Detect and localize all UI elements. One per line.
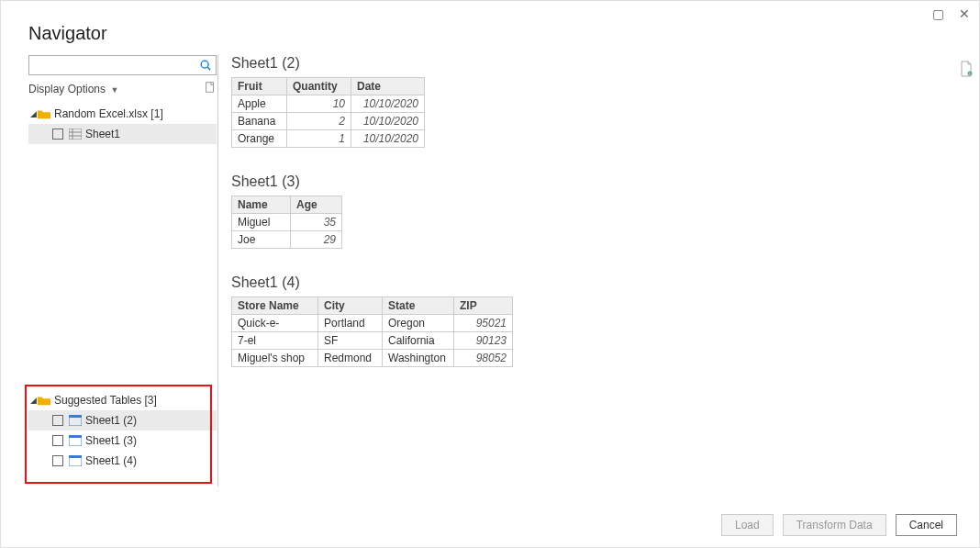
checkbox[interactable] (52, 455, 63, 466)
document-icon[interactable]: + (959, 61, 974, 80)
table-row: Miguel's shopRedmondWashington98052 (232, 350, 513, 367)
col-header: Store Name (232, 297, 318, 315)
display-options-label: Display Options (28, 83, 106, 95)
chevron-down-icon: ▼ (110, 85, 118, 95)
col-header: ZIP (454, 297, 513, 315)
checkbox[interactable] (52, 435, 63, 446)
checkbox[interactable] (52, 415, 63, 426)
tree-file-node[interactable]: ◢ Random Excel.xlsx [1] (28, 104, 217, 124)
load-button[interactable]: Load (721, 514, 774, 536)
col-header: Fruit (232, 78, 287, 95)
col-header: Date (351, 78, 425, 95)
table-row: Miguel35 (232, 214, 342, 231)
svg-line-1 (207, 67, 210, 70)
transform-data-button[interactable]: Transform Data (783, 514, 886, 536)
table-row: Joe29 (232, 231, 342, 249)
tree-suggested-child[interactable]: Sheet1 (4) (28, 451, 217, 471)
table-icon (69, 455, 82, 466)
table-row: Quick-e-PortlandOregon95021 (232, 315, 513, 332)
dialog-title: Navigator (1, 1, 979, 55)
maximize-button[interactable]: ▢ (932, 6, 944, 21)
preview-table: Name Age Miguel35 Joe29 (231, 196, 342, 249)
preview-title: Sheet1 (3) (231, 173, 957, 190)
svg-point-0 (201, 61, 208, 68)
preview-table: Store Name City State ZIP Quick-e-Portla… (231, 296, 513, 367)
svg-text:+: + (969, 71, 972, 76)
folder-icon (38, 108, 50, 119)
svg-rect-8 (69, 415, 82, 418)
svg-rect-2 (206, 83, 214, 93)
tree-item-label: Sheet1 (3) (85, 434, 137, 447)
collapse-icon: ◢ (28, 396, 38, 405)
preview-table: Fruit Quantity Date Apple1010/10/2020 Ba… (231, 77, 425, 148)
svg-rect-10 (69, 435, 82, 438)
table-row: Orange110/10/2020 (232, 130, 425, 148)
worksheet-icon (69, 129, 82, 140)
collapse-icon: ◢ (28, 109, 38, 118)
col-header: Quantity (287, 78, 351, 95)
tree-suggested-child[interactable]: Sheet1 (3) (28, 431, 217, 451)
search-input[interactable] (28, 55, 217, 75)
preview-title: Sheet1 (4) (231, 274, 957, 291)
col-header: Name (232, 196, 291, 214)
tree-sheet-node[interactable]: Sheet1 (28, 124, 217, 144)
col-header: City (318, 297, 383, 315)
tree-suggested-node[interactable]: ◢ Suggested Tables [3] (28, 390, 217, 410)
tree-suggested-child[interactable]: Sheet1 (2) (28, 410, 217, 431)
close-button[interactable]: ✕ (959, 6, 970, 21)
preview-title: Sheet1 (2) (231, 55, 957, 72)
table-row: 7-elSFCalifornia90123 (232, 332, 513, 350)
pane-divider (217, 55, 218, 486)
col-header: State (383, 297, 454, 315)
display-options-dropdown[interactable]: Display Options ▼ (28, 83, 118, 95)
tree-sheet-label: Sheet1 (85, 128, 120, 140)
folder-icon (38, 395, 50, 406)
preview-pane: + Sheet1 (2) Fruit Quantity Date Apple10… (231, 55, 979, 496)
svg-rect-3 (69, 129, 82, 140)
svg-rect-12 (69, 455, 82, 458)
col-header: Age (291, 196, 342, 214)
table-row: Banana210/10/2020 (232, 113, 425, 130)
tree-file-label: Random Excel.xlsx [1] (54, 107, 163, 120)
navigator-tree-pane: Display Options ▼ ◢ Random Excel.xlsx [1… (1, 55, 217, 496)
table-icon (69, 415, 82, 426)
tree-item-label: Sheet1 (4) (85, 454, 137, 467)
cancel-button[interactable]: Cancel (896, 514, 957, 536)
tree-suggested-label: Suggested Tables [3] (54, 394, 157, 407)
search-icon (199, 59, 212, 72)
refresh-icon[interactable] (204, 81, 217, 96)
checkbox[interactable] (52, 129, 63, 140)
table-row: Apple1010/10/2020 (232, 95, 425, 113)
table-icon (69, 435, 82, 446)
tree-item-label: Sheet1 (2) (85, 414, 137, 427)
